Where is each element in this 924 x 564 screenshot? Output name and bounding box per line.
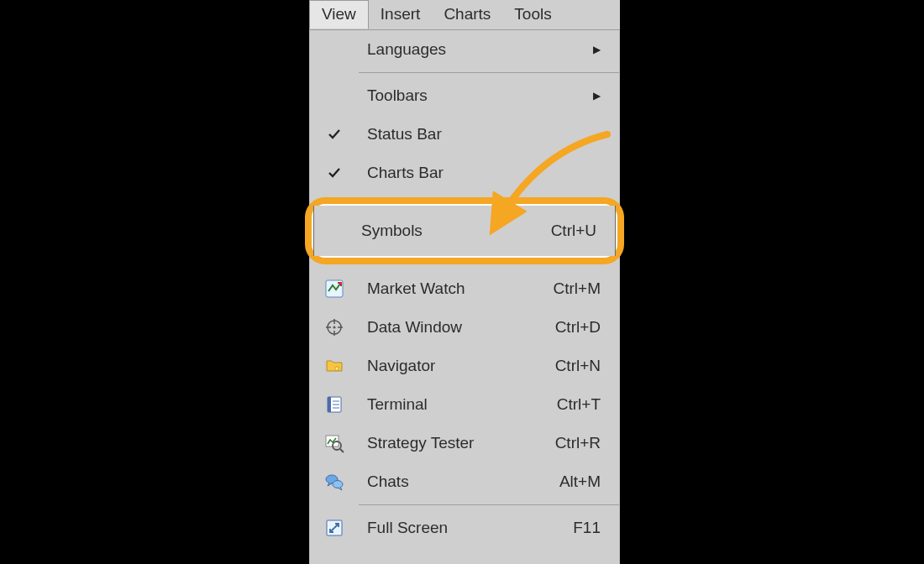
submenu-arrow-icon: ▶ xyxy=(586,44,601,55)
notebook-icon xyxy=(310,385,359,424)
menu-label: Status Bar xyxy=(359,125,601,144)
menubar-item-tools[interactable]: Tools xyxy=(502,0,563,29)
menu-label: Toolbars xyxy=(359,86,586,105)
chat-bubbles-icon xyxy=(310,462,359,501)
menu-item-status-bar[interactable]: Status Bar xyxy=(310,115,619,154)
folder-star-icon xyxy=(310,347,359,385)
menu-item-languages[interactable]: Languages ▶ xyxy=(310,30,619,69)
menu-label: Charts Bar xyxy=(359,164,601,182)
svg-rect-4 xyxy=(328,397,331,412)
icon-slot xyxy=(310,30,359,69)
menu-shortcut: Alt+M xyxy=(553,473,601,491)
separator xyxy=(359,72,619,73)
menu-shortcut: Ctrl+R xyxy=(549,434,601,452)
market-watch-icon xyxy=(310,269,359,308)
menu-label: Symbols xyxy=(353,222,544,240)
menubar-label: Charts xyxy=(444,5,491,23)
menu-shortcut: Ctrl+N xyxy=(549,357,601,375)
menu-shortcut: Ctrl+M xyxy=(547,279,601,298)
menu-label: Navigator xyxy=(359,357,549,375)
check-icon xyxy=(310,154,359,192)
check-icon xyxy=(310,115,359,154)
menubar-item-insert[interactable]: Insert xyxy=(369,0,433,29)
screenshot-stage: View Insert Charts Tools Languages ▶ Too… xyxy=(309,0,620,564)
view-dropdown: Languages ▶ Toolbars ▶ Status Bar Charts… xyxy=(309,30,620,564)
menu-item-charts-bar[interactable]: Charts Bar xyxy=(310,154,619,192)
submenu-arrow-icon: ▶ xyxy=(586,90,601,102)
menu-label: Market Watch xyxy=(359,279,547,298)
menubar-label: Tools xyxy=(514,5,551,23)
menu-label: Data Window xyxy=(359,318,549,337)
menu-item-data-window[interactable]: Data Window Ctrl+D xyxy=(310,308,619,347)
menubar-label: View xyxy=(322,5,356,23)
chart-magnifier-icon xyxy=(310,424,359,462)
menubar-label: Insert xyxy=(381,5,421,23)
menubar: View Insert Charts Tools xyxy=(309,0,620,30)
menu-shortcut: F11 xyxy=(566,519,601,537)
menu-item-full-screen[interactable]: Full Screen F11 xyxy=(310,509,619,547)
menu-label: Languages xyxy=(359,40,586,59)
menu-item-terminal[interactable]: Terminal Ctrl+T xyxy=(310,385,619,424)
menubar-item-charts[interactable]: Charts xyxy=(432,0,502,29)
menu-shortcut: Ctrl+T xyxy=(550,395,601,414)
menu-item-symbols[interactable]: Symbols Ctrl+U xyxy=(313,206,616,256)
menu-item-navigator[interactable]: Navigator Ctrl+N xyxy=(310,347,619,385)
menu-item-strategy-tester[interactable]: Strategy Tester Ctrl+R xyxy=(310,424,619,462)
icon-slot xyxy=(314,206,353,256)
svg-point-8 xyxy=(333,481,343,488)
menu-shortcut: Ctrl+U xyxy=(544,222,596,240)
menu-label: Strategy Tester xyxy=(359,434,549,452)
callout-symbols: Symbols Ctrl+U xyxy=(305,197,624,264)
menu-shortcut: Ctrl+D xyxy=(549,318,601,337)
menu-item-toolbars[interactable]: Toolbars ▶ xyxy=(310,76,619,115)
separator xyxy=(359,504,619,505)
menu-item-chats[interactable]: Chats Alt+M xyxy=(310,462,619,501)
icon-slot xyxy=(310,76,359,115)
menu-item-market-watch[interactable]: Market Watch Ctrl+M xyxy=(310,269,619,308)
menu-label: Chats xyxy=(359,473,553,491)
menubar-item-view[interactable]: View xyxy=(309,0,369,29)
menu-label: Full Screen xyxy=(359,519,566,537)
menu-label: Terminal xyxy=(359,395,550,414)
fullscreen-icon xyxy=(310,509,359,547)
crosshair-icon xyxy=(310,308,359,347)
svg-point-2 xyxy=(333,326,336,329)
